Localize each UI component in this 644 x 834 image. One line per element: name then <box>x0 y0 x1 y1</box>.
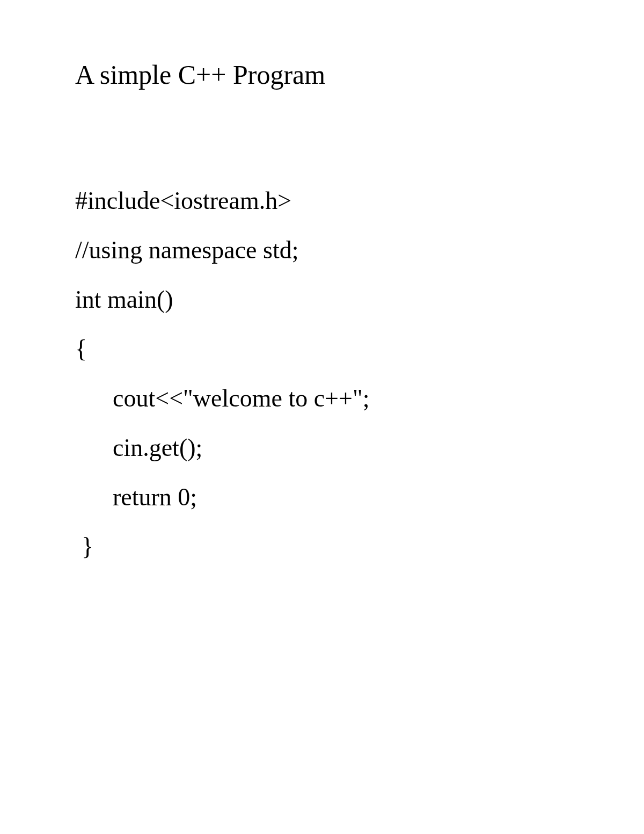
code-line-include: #include<iostream.h> <box>75 176 569 226</box>
code-line-main: int main() <box>75 275 569 324</box>
code-line-cout: cout<<"welcome to c++"; <box>75 374 569 423</box>
code-line-open-brace: { <box>75 324 569 374</box>
code-block: #include<iostream.h> //using namespace s… <box>75 176 569 571</box>
document-title: A simple C++ Program <box>75 59 569 90</box>
code-line-cin: cin.get(); <box>75 423 569 473</box>
code-line-return: return 0; <box>75 473 569 522</box>
code-line-close-brace: } <box>75 522 569 571</box>
code-line-namespace: //using namespace std; <box>75 226 569 275</box>
